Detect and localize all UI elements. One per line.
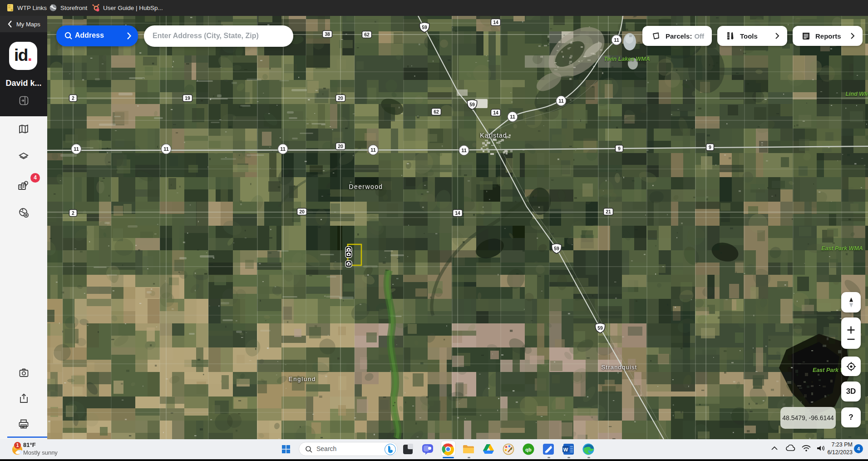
- svg-text:11: 11: [558, 98, 564, 104]
- svg-text:Deerwood: Deerwood: [349, 183, 383, 190]
- svg-text:11: 11: [163, 146, 169, 152]
- svg-text:20: 20: [338, 144, 343, 149]
- svg-text:W: W: [563, 447, 568, 452]
- svg-text:11: 11: [74, 146, 79, 152]
- svg-text:14: 14: [455, 210, 460, 216]
- svg-text:Englund: Englund: [289, 376, 316, 382]
- svg-text:2: 2: [72, 95, 74, 101]
- svg-text:20: 20: [299, 209, 305, 214]
- svg-text:11: 11: [614, 37, 619, 43]
- svg-text:11: 11: [280, 146, 286, 152]
- svg-text:9: 9: [618, 146, 621, 151]
- svg-text:62: 62: [364, 32, 370, 37]
- svg-text:East Park WMA: East Park WMA: [821, 245, 863, 252]
- svg-text:Lind WMA: Lind WMA: [845, 91, 868, 97]
- svg-text:19: 19: [185, 95, 190, 101]
- svg-text:Twin Lakes WMA: Twin Lakes WMA: [604, 56, 650, 62]
- svg-text:Karlstad: Karlstad: [480, 132, 507, 139]
- svg-text:11: 11: [370, 147, 376, 153]
- svg-text:11: 11: [461, 148, 467, 153]
- svg-text:11: 11: [510, 114, 515, 119]
- svg-text:9: 9: [709, 144, 711, 150]
- svg-text:62: 62: [434, 109, 439, 114]
- svg-text:14: 14: [493, 20, 498, 25]
- svg-text:qb: qb: [525, 447, 532, 452]
- svg-text:59: 59: [597, 325, 603, 331]
- svg-text:14: 14: [493, 110, 498, 115]
- svg-text:59: 59: [422, 25, 427, 30]
- svg-text:38: 38: [325, 31, 330, 37]
- svg-text:2: 2: [72, 210, 74, 216]
- svg-text:Strandquist: Strandquist: [602, 364, 637, 371]
- svg-text:20: 20: [338, 95, 343, 101]
- svg-text:59: 59: [469, 102, 475, 107]
- svg-text:21: 21: [606, 209, 611, 214]
- svg-text:59: 59: [554, 246, 559, 251]
